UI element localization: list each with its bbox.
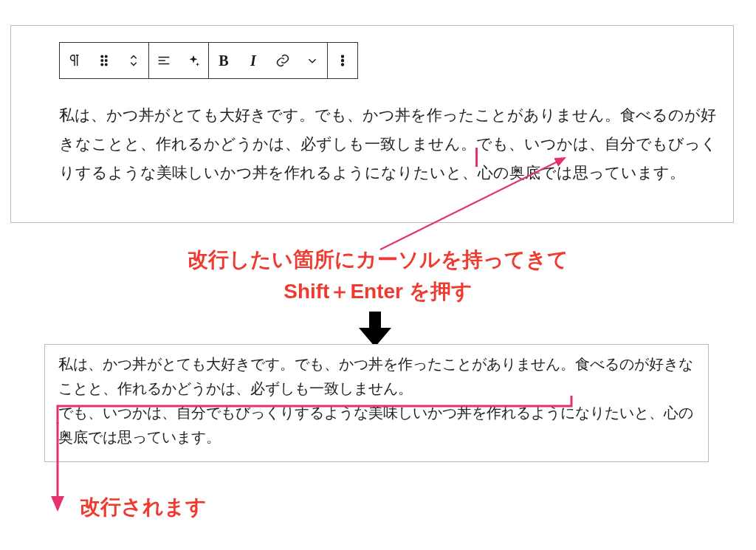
- link-button[interactable]: [268, 43, 298, 78]
- svg-point-1: [105, 55, 107, 58]
- paragraph-block-before[interactable]: 私は、かつ丼がとても大好きです。でも、かつ丼を作ったことがありません。食べるのが…: [59, 101, 724, 188]
- editor-frame-before: B I 私は、かつ丼がとても大好きです。でも、かつ丼を作ったことがありません。食…: [10, 25, 734, 223]
- paragraph-block-after[interactable]: 私は、かつ丼がとても大好きです。でも、かつ丼を作ったことがありません。食べるのが…: [58, 352, 697, 450]
- more-options-button[interactable]: [328, 43, 357, 78]
- toolbar-group-format: [149, 43, 209, 78]
- toolbar-group-more: [328, 43, 357, 78]
- link-icon: [275, 52, 291, 69]
- svg-point-7: [342, 60, 344, 62]
- big-down-arrow: [353, 312, 397, 348]
- move-updown-icon: [126, 52, 142, 69]
- align-button[interactable]: [149, 43, 179, 78]
- drag-handle-icon: [96, 52, 112, 69]
- toolbar-group-inline: B I: [209, 43, 328, 78]
- bold-icon: B: [219, 52, 228, 69]
- inline-more-button[interactable]: [298, 43, 327, 78]
- chevron-down-icon: [304, 52, 320, 69]
- toolbar-group-block: [60, 43, 149, 78]
- after-line1: 私は、かつ丼がとても大好きです。でも、かつ丼を作ったことがありません。食べるのが…: [58, 356, 693, 396]
- svg-point-4: [101, 63, 103, 66]
- svg-point-6: [342, 55, 344, 58]
- block-toolbar: B I: [59, 42, 358, 79]
- editor-frame-after: 私は、かつ丼がとても大好きです。でも、かつ丼を作ったことがありません。食べるのが…: [44, 344, 709, 462]
- bold-button[interactable]: B: [209, 43, 238, 78]
- sparkle-icon: [185, 52, 202, 69]
- annotation-sub: 改行されます: [80, 493, 207, 521]
- annotation-main-line2: Shift＋Enter を押す: [0, 275, 756, 307]
- align-icon: [156, 52, 172, 69]
- italic-icon: I: [250, 52, 256, 69]
- drag-handle-button[interactable]: [89, 43, 119, 78]
- move-updown-button[interactable]: [119, 43, 148, 78]
- svg-point-5: [105, 63, 107, 66]
- paragraph-button[interactable]: [60, 43, 89, 78]
- svg-point-2: [101, 60, 103, 62]
- more-vertical-icon: [334, 52, 351, 69]
- svg-point-0: [101, 55, 103, 58]
- after-line2: でも、いつかは、自分でもびっくりするような美味しいかつ丼を作れるようになりたいと…: [58, 405, 693, 445]
- annotation-main-line1: 改行したい箇所にカーソルを持ってきて: [0, 244, 756, 275]
- annotation-main: 改行したい箇所にカーソルを持ってきて Shift＋Enter を押す: [0, 244, 756, 308]
- svg-point-8: [342, 63, 344, 66]
- ai-sparkle-button[interactable]: [179, 43, 208, 78]
- italic-button[interactable]: I: [238, 43, 268, 78]
- svg-point-3: [105, 60, 107, 62]
- pilcrow-icon: [66, 52, 83, 69]
